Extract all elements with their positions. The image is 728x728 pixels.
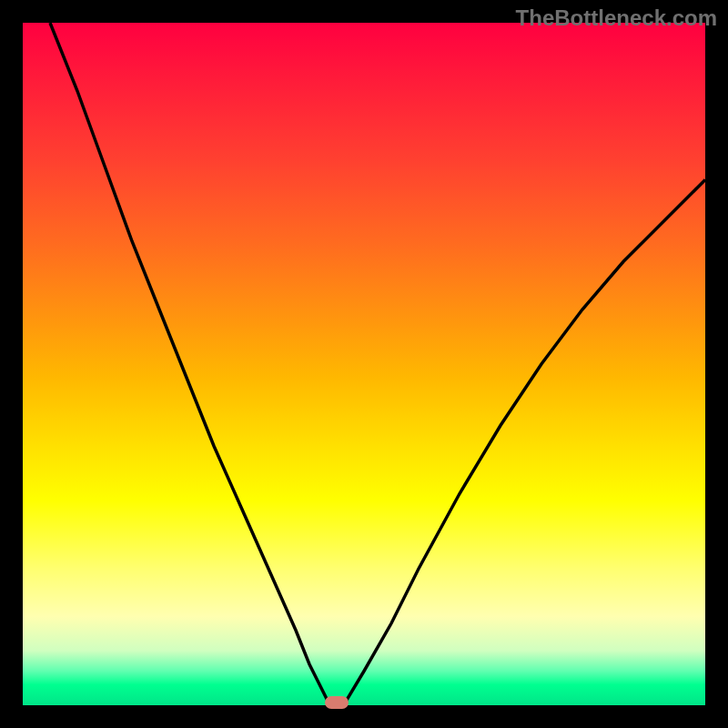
bottleneck-curve — [23, 23, 705, 705]
curve-right-branch — [344, 180, 706, 706]
curve-left-branch — [50, 23, 341, 705]
chart-plot-area — [23, 23, 705, 705]
optimal-point-marker — [325, 696, 349, 709]
watermark-text: TheBottleneck.com — [516, 5, 717, 31]
